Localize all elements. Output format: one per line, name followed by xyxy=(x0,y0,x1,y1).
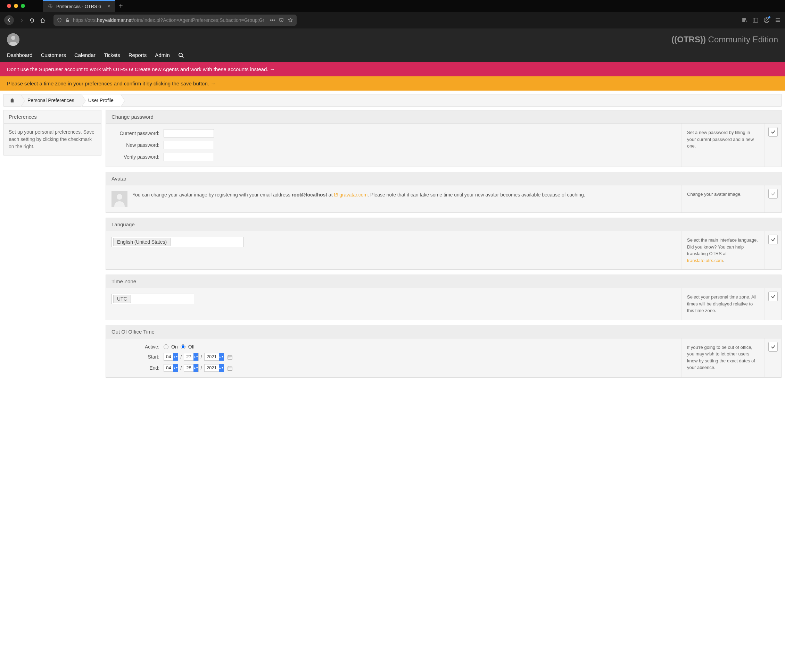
input-verify-password[interactable] xyxy=(164,153,214,161)
svg-rect-23 xyxy=(231,357,231,358)
gravatar-link[interactable]: gravatar.com xyxy=(334,192,367,198)
svg-rect-4 xyxy=(753,18,758,22)
lock-icon xyxy=(65,18,69,23)
help-timezone: Select your personal time zone. All time… xyxy=(681,288,765,320)
svg-rect-3 xyxy=(66,20,69,22)
home-icon xyxy=(9,98,15,103)
label-ooo-active: Active: xyxy=(111,344,164,349)
pocket-icon[interactable] xyxy=(278,17,284,23)
save-ooo-button[interactable] xyxy=(768,342,778,352)
window-minimize[interactable] xyxy=(14,4,18,8)
menu-icon[interactable] xyxy=(774,17,781,23)
url-text: https://otrs.heyvaldemar.net/otrs/index.… xyxy=(73,17,264,23)
radio-ooo-off[interactable] xyxy=(181,345,186,349)
window-close[interactable] xyxy=(7,4,11,8)
label-current-password: Current password: xyxy=(111,131,164,136)
alert-superuser[interactable]: Don't use the Superuser account to work … xyxy=(0,62,785,76)
check-icon xyxy=(771,294,776,299)
section-title-avatar: Avatar xyxy=(106,172,781,186)
nav-dashboard[interactable]: Dashboard xyxy=(7,52,32,58)
svg-rect-29 xyxy=(230,369,230,370)
calendar-icon[interactable] xyxy=(228,354,232,359)
reload-icon xyxy=(29,18,35,23)
reload-button[interactable] xyxy=(29,17,35,24)
svg-point-12 xyxy=(11,36,15,40)
stepper-icon: ▲▼ xyxy=(173,353,178,361)
start-year-select[interactable]: 2021▲▼ xyxy=(204,353,224,361)
label-ooo-end: End: xyxy=(111,365,164,371)
breadcrumb: Personal Preferences User Profile xyxy=(3,94,782,106)
label-on: On xyxy=(171,344,178,349)
section-title-password: Change password xyxy=(106,111,781,123)
alert-timezone[interactable]: Please select a time zone in your prefer… xyxy=(0,76,785,90)
tab-favicon xyxy=(48,4,53,9)
page-actions-icon[interactable]: ••• xyxy=(270,17,275,23)
account-icon[interactable] xyxy=(763,17,770,23)
save-password-button[interactable] xyxy=(768,127,778,137)
svg-line-14 xyxy=(182,56,183,58)
nav-admin[interactable]: Admin xyxy=(155,52,170,58)
svg-point-7 xyxy=(766,19,768,20)
check-icon xyxy=(771,237,776,242)
help-password: Set a new password by filling in your cu… xyxy=(681,123,765,167)
section-title-language: Language xyxy=(106,218,781,231)
stepper-icon: ▲▼ xyxy=(173,364,178,372)
start-day-select[interactable]: 27▲▼ xyxy=(184,353,199,361)
check-icon xyxy=(771,129,776,134)
forward-button[interactable] xyxy=(19,17,24,24)
nav-calendar[interactable]: Calendar xyxy=(74,52,95,58)
calendar-icon[interactable] xyxy=(228,365,232,370)
breadcrumb-personal[interactable]: Personal Preferences xyxy=(20,94,81,106)
new-tab-button[interactable]: + xyxy=(119,2,123,10)
language-select[interactable]: English (United States) xyxy=(111,237,244,247)
browser-tab[interactable]: Preferences - OTRS 6 × xyxy=(43,0,115,12)
breadcrumb-home[interactable] xyxy=(4,94,20,106)
end-day-select[interactable]: 28▲▼ xyxy=(184,364,199,372)
tab-title: Preferences - OTRS 6 xyxy=(56,4,101,9)
home-button[interactable] xyxy=(40,17,46,24)
translate-link[interactable]: translate.otrs.com xyxy=(687,258,723,263)
input-current-password[interactable] xyxy=(164,129,214,137)
arrow-left-icon xyxy=(6,17,12,23)
url-bar[interactable]: https://otrs.heyvaldemar.net/otrs/index.… xyxy=(53,15,297,26)
help-avatar: Change your avatar image. xyxy=(681,186,765,212)
library-icon[interactable] xyxy=(741,17,747,23)
avatar-text: You can change your avatar image by regi… xyxy=(132,191,585,207)
section-title-timezone: Time Zone xyxy=(106,275,781,288)
label-off: Off xyxy=(188,344,194,349)
save-language-button[interactable] xyxy=(768,235,778,244)
sidebar-desc: Set up your personal preferences. Save e… xyxy=(4,123,101,155)
svg-rect-22 xyxy=(230,357,230,358)
back-button[interactable] xyxy=(4,15,14,25)
user-avatar[interactable] xyxy=(7,33,19,46)
window-maximize[interactable] xyxy=(21,4,25,8)
arrow-right-icon xyxy=(19,18,24,23)
end-month-select[interactable]: 04▲▼ xyxy=(164,364,178,372)
stepper-icon: ▲▼ xyxy=(194,353,199,361)
svg-point-13 xyxy=(179,53,182,56)
brand-label: ((OTRS)) Community Edition xyxy=(671,35,778,44)
input-new-password[interactable] xyxy=(164,141,214,149)
timezone-select[interactable]: UTC xyxy=(111,294,194,304)
tab-close-icon[interactable]: × xyxy=(107,3,111,9)
radio-ooo-on[interactable] xyxy=(164,345,169,349)
avatar-placeholder-icon xyxy=(7,33,19,46)
stepper-icon: ▲▼ xyxy=(219,364,224,372)
save-timezone-button[interactable] xyxy=(768,292,778,301)
nav-reports[interactable]: Reports xyxy=(128,52,147,58)
sidebar-icon[interactable] xyxy=(752,17,758,23)
sidebar-title: Preferences xyxy=(4,111,101,123)
home-icon xyxy=(40,17,46,23)
svg-point-16 xyxy=(117,194,122,200)
stepper-icon: ▲▼ xyxy=(194,364,199,372)
nav-customers[interactable]: Customers xyxy=(41,52,66,58)
help-ooo: If you're going to be out of office, you… xyxy=(681,338,765,377)
search-icon[interactable] xyxy=(178,52,184,58)
shield-icon xyxy=(57,18,62,23)
nav-tickets[interactable]: Tickets xyxy=(104,52,120,58)
bookmark-star-icon[interactable] xyxy=(288,17,293,23)
save-avatar-button[interactable] xyxy=(768,189,778,198)
end-year-select[interactable]: 2021▲▼ xyxy=(204,364,224,372)
stepper-icon: ▲▼ xyxy=(219,353,224,361)
start-month-select[interactable]: 04▲▼ xyxy=(164,353,178,361)
